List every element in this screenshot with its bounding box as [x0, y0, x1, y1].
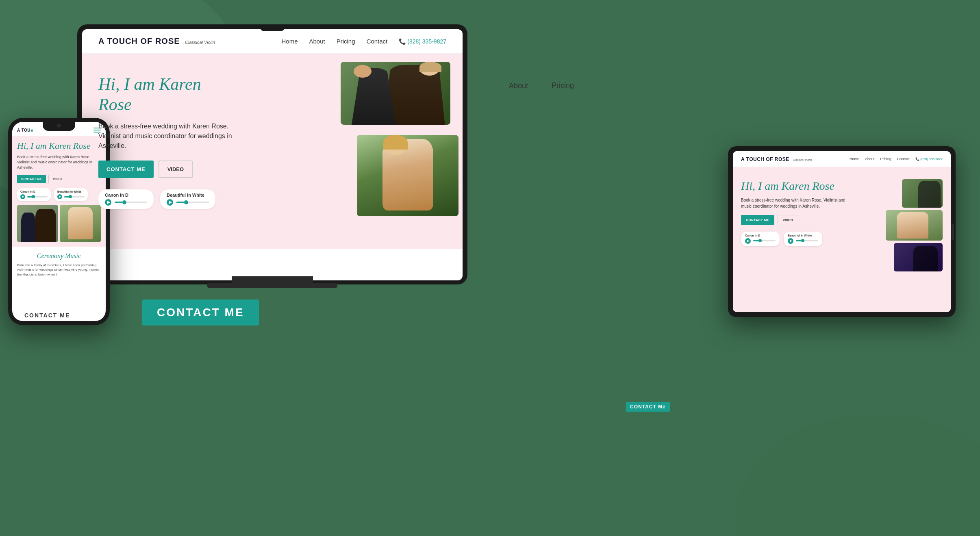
phone-dot-2 — [69, 195, 72, 198]
laptop-audio-dot-1 — [122, 200, 126, 204]
phone-audio-controls-2 — [57, 194, 85, 199]
hair-2 — [419, 62, 441, 72]
phone-play-triangle-2 — [59, 195, 61, 198]
laptop-hero-content: Hi, I am Karen Rose Book a stress-free w… — [98, 74, 237, 209]
phone-bottom-section: Ceremony Music Born into a family of mus… — [12, 247, 106, 282]
phone-mockup: A TOU■ Hi, I am Karen Rose Book a stress… — [8, 118, 110, 325]
tablet-play-triangle-2 — [790, 240, 792, 242]
laptop-nav-home[interactable]: Home — [281, 38, 298, 45]
phone-photo-1 — [17, 205, 58, 242]
phone-ceremony-text: Born into a family of musicians, I have … — [17, 263, 101, 277]
tablet-nav-links: Home About Pricing Contact 📞 (828) 335-9… — [850, 157, 943, 161]
laptop-photo-2 — [357, 135, 458, 216]
laptop-nav-about[interactable]: About — [309, 38, 325, 45]
tablet-bar-1[interactable] — [753, 240, 776, 241]
tablet-home-button[interactable] — [952, 224, 954, 240]
phone-video-button[interactable]: VIDEO — [48, 175, 66, 183]
background-contact-button-large[interactable]: CONTACT ME — [142, 299, 259, 326]
tablet-body: A TOUCH OF ROSE Classical Violin Home Ab… — [728, 146, 956, 317]
tablet-contact-button[interactable]: CONTACT ME — [741, 215, 774, 225]
laptop-logo-sub: Classical Violin — [185, 40, 215, 45]
phone-camera — [57, 124, 61, 128]
tablet-nav-home[interactable]: Home — [850, 157, 859, 161]
phone-play-1[interactable] — [20, 194, 25, 199]
tablet-logo-text: A TOUCH OF ROSE — [741, 156, 789, 162]
tablet-dot-2 — [801, 239, 804, 242]
laptop-audio-bar-2[interactable] — [176, 202, 209, 203]
phone-audio-controls-1 — [20, 194, 48, 199]
laptop-audio-bar-1[interactable] — [115, 202, 147, 203]
tablet-audio-1: Canon In D — [741, 232, 780, 246]
tablet-play-2[interactable] — [788, 238, 793, 244]
laptop-audio-controls-2 — [167, 199, 209, 206]
tablet-person — [897, 212, 928, 239]
laptop-nav-phone: 📞 (828) 335-9827 — [399, 38, 446, 45]
phone-screen: A TOU■ Hi, I am Karen Rose Book a stress… — [12, 122, 106, 321]
phone-hero-title: Hi, I am Karen Rose — [17, 141, 101, 151]
phone-audio-1: Canon In D — [17, 188, 51, 201]
tablet-video-button[interactable]: VIDEO — [778, 215, 798, 225]
laptop-about-nav-visible[interactable]: About — [509, 82, 528, 90]
laptop-hero-title: Hi, I am Karen Rose — [98, 74, 237, 115]
tablet-hero-desc: Book a stress-free wedding with Karen Ro… — [741, 197, 852, 209]
phone-bar-2[interactable] — [64, 196, 85, 197]
laptop-audio-player-1: Canon In D — [98, 189, 154, 209]
tablet-play-1[interactable] — [745, 238, 751, 244]
tablet-logo-group: A TOUCH OF ROSE Classical Violin — [741, 155, 812, 163]
tablet-contact-button-visible[interactable]: CONTACT Me — [626, 402, 670, 412]
laptop-nav-contact[interactable]: Contact — [367, 38, 388, 45]
tablet-screen: A TOUCH OF ROSE Classical Violin Home Ab… — [733, 151, 951, 312]
laptop-hero-buttons: CONTACT ME VIDEO — [98, 161, 237, 178]
phone-photo-2 — [60, 205, 101, 242]
tablet-nav-about[interactable]: About — [865, 157, 875, 161]
phone-hero: Hi, I am Karen Rose Book a stress-free w… — [12, 136, 106, 247]
laptop-hero: Hi, I am Karen Rose Book a stress-free w… — [82, 54, 463, 249]
laptop-screen: A TOUCH OF ROSE Classical Violin Home Ab… — [82, 29, 463, 280]
laptop-play-button-2[interactable] — [167, 199, 173, 206]
laptop-hero-desc: Book a stress-free wedding with Karen Ro… — [98, 122, 237, 151]
tablet-photo-1 — [902, 179, 943, 208]
tablet-audio-players: Canon In D — [741, 232, 852, 246]
tablet-photo-3 — [894, 243, 943, 271]
tablet-mockup: A TOUCH OF ROSE Classical Violin Home Ab… — [728, 146, 956, 317]
tablet-fig — [918, 181, 941, 208]
tablet-audio-label-2: Beautiful In White — [788, 234, 818, 237]
phone-dot-1 — [32, 195, 35, 198]
laptop-play-button-1[interactable] — [105, 199, 111, 206]
tablet-dot-1 — [758, 239, 762, 242]
laptop-pricing-nav-visible[interactable]: Pricing — [552, 81, 574, 90]
phone-fig-2 — [35, 209, 56, 242]
tablet-audio-controls-1 — [745, 238, 776, 244]
tablet-nav-phone: 📞 (828) 335-9827 — [915, 157, 943, 161]
laptop-nav-links: Home About Pricing Contact 📞 (828) 335-9… — [281, 38, 446, 45]
laptop-logo-text: A TOUCH OF ROSE — [98, 37, 180, 46]
tablet-audio-2: Beautiful In White — [784, 232, 822, 246]
laptop-contact-button[interactable]: CONTACT ME — [98, 161, 154, 178]
phone-play-triangle-1 — [22, 195, 24, 198]
tablet-nav: A TOUCH OF ROSE Classical Violin Home Ab… — [733, 151, 951, 167]
laptop-audio-players: Canon In D — [98, 189, 237, 209]
laptop-photo-1 — [341, 62, 450, 125]
tablet-bar-2[interactable] — [796, 240, 818, 241]
phone-play-2[interactable] — [57, 194, 62, 199]
tablet-nav-pricing[interactable]: Pricing — [880, 157, 892, 161]
phone-contact-button[interactable]: CONTACT ME — [17, 175, 46, 183]
laptop-audio-dot-2 — [184, 200, 188, 204]
phone-icon: 📞 — [399, 38, 406, 45]
laptop-video-button[interactable]: VIDEO — [159, 161, 193, 178]
play-triangle-icon — [107, 201, 110, 204]
laptop-logo: A TOUCH OF ROSE Classical Violin — [98, 37, 215, 46]
laptop-body: A TOUCH OF ROSE Classical Violin Home Ab… — [77, 24, 467, 284]
laptop-audio-label-2: Beautiful In White — [167, 193, 209, 197]
laptop-nav-pricing[interactable]: Pricing — [337, 38, 355, 45]
play-triangle-icon-2 — [169, 201, 172, 204]
tablet-nav-contact[interactable]: Contact — [897, 157, 910, 161]
laptop-mockup: A TOUCH OF ROSE Classical Violin Home Ab… — [77, 24, 467, 301]
tablet-hero-buttons: CONTACT ME VIDEO — [741, 215, 852, 225]
tablet-play-triangle-1 — [747, 240, 750, 242]
phone-logo-text: A TOU■ — [17, 128, 33, 132]
phone-audio-players: Canon In D Beautiful In White — [17, 188, 101, 201]
phone-bar-1[interactable] — [27, 196, 48, 197]
phone-hero-buttons: CONTACT ME VIDEO — [17, 175, 101, 183]
person-hair — [383, 135, 408, 150]
